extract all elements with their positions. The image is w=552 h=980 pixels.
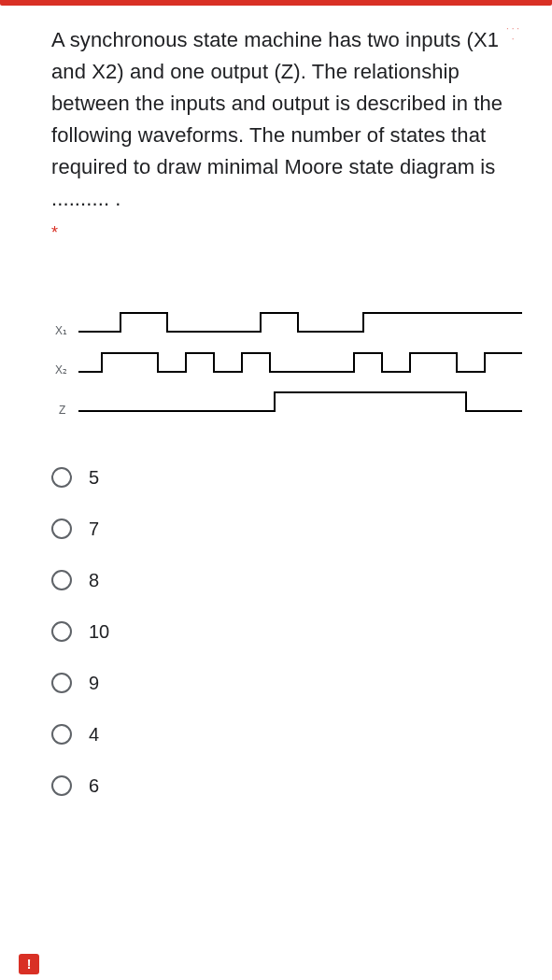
radio-icon [51, 518, 72, 539]
option-7[interactable]: 7 [51, 504, 526, 555]
option-label: 5 [89, 467, 99, 489]
waveform-svg: X₁ X₂ Z [51, 290, 526, 430]
option-4[interactable]: 4 [51, 709, 526, 760]
radio-icon [51, 467, 72, 488]
option-label: 10 [89, 621, 109, 643]
question-text: A synchronous state machine has two inpu… [51, 24, 526, 216]
radio-icon [51, 775, 72, 796]
waveform-z [78, 392, 522, 411]
option-label: 6 [89, 775, 99, 797]
option-8[interactable]: 8 [51, 555, 526, 606]
option-6[interactable]: 6 [51, 760, 526, 812]
waveform-diagram: X₁ X₂ Z [51, 290, 526, 433]
option-label: 4 [89, 724, 99, 746]
option-5[interactable]: 5 [51, 452, 526, 504]
radio-icon [51, 621, 72, 642]
radio-icon [51, 570, 72, 590]
options-group: 5 7 8 10 9 4 6 [51, 452, 526, 812]
alert-icon: ! [27, 957, 32, 972]
alert-badge[interactable]: ! [19, 954, 39, 974]
required-indicator: * [51, 223, 526, 243]
decoration-dots: · · · · [506, 23, 519, 44]
radio-icon [51, 724, 72, 745]
radio-icon [51, 673, 72, 693]
option-label: 7 [89, 518, 99, 540]
option-9[interactable]: 9 [51, 658, 526, 709]
waveform-label-z: Z [59, 404, 65, 417]
waveform-x1 [78, 313, 522, 332]
option-10[interactable]: 10 [51, 606, 526, 658]
option-label: 8 [89, 570, 99, 591]
question-container: A synchronous state machine has two inpu… [0, 6, 552, 812]
option-label: 9 [89, 673, 99, 694]
waveform-label-x2: X₂ [55, 363, 67, 376]
waveform-label-x1: X₁ [55, 324, 67, 337]
waveform-x2 [78, 353, 522, 372]
